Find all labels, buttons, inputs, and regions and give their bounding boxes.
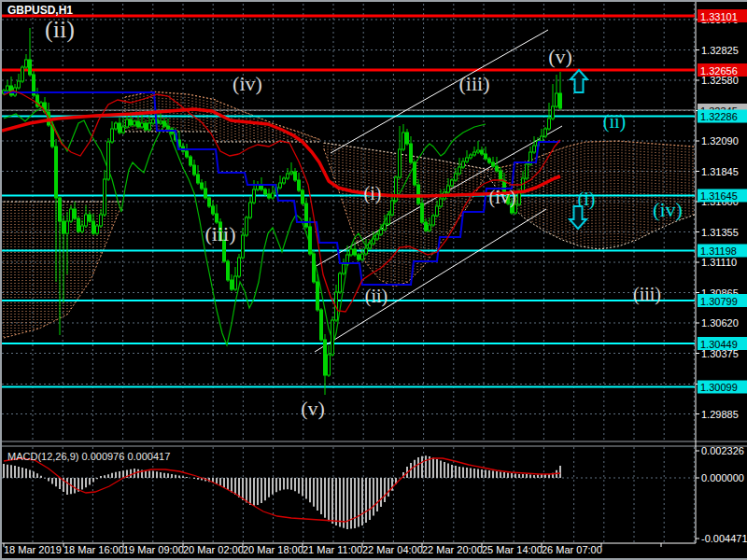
time-tick-label: 22 Mar 04:00 (362, 544, 423, 555)
symbol-timeframe-label: GBPUSD,H1 (7, 4, 73, 17)
price-tick-label: 1.30620 (701, 317, 739, 329)
time-axis[interactable]: 18 Mar 201918 Mar 16:0019 Mar 09:0020 Ma… (4, 543, 661, 555)
macd-axis-label: 0.000000 (701, 472, 744, 483)
down-arrow-icon (570, 206, 586, 229)
price-axis[interactable]: 1.330701.328251.325801.323451.320901.318… (696, 9, 747, 544)
time-tick-label: 21 Mar 11:00 (303, 544, 362, 555)
time-tick-label: 19 Mar 09:00 (123, 544, 184, 555)
wave-label-(iii): (iii) (633, 284, 661, 305)
wave-label-(iv): (iv) (653, 198, 683, 221)
wave-label-(ii): (ii) (45, 16, 75, 43)
axis-frame (2, 2, 747, 543)
macd-pane (4, 455, 560, 529)
price-badge-label: 1.30099 (700, 382, 738, 393)
price-badge-label: 1.32286 (700, 111, 738, 122)
time-tick-label: 25 Mar 14:00 (482, 544, 543, 555)
wave-label-(ii): (ii) (365, 286, 388, 307)
wave-label-(iii): (iii) (459, 72, 490, 95)
wave-label-(i): (i) (364, 183, 382, 204)
price-badge-label: 1.33101 (700, 11, 738, 22)
chart-window: GBPUSD,H1 MACD(12,26,9) 0.000976 0.00041… (0, 0, 747, 560)
time-tick-label: 22 Mar 20:00 (422, 544, 483, 555)
price-tick-label: 1.32090 (701, 135, 739, 147)
price-tick-label: 1.29885 (701, 409, 739, 420)
price-badge-label: 1.31198 (700, 245, 737, 257)
price-tick-label: 1.31845 (701, 166, 739, 177)
price-badge-label: 1.30799 (700, 296, 738, 307)
time-tick-label: 20 Mar 02:00 (183, 544, 244, 555)
wave-label-(iii): (iii) (205, 222, 236, 245)
time-tick-label: 18 Mar 2019 (4, 544, 62, 555)
wave-label-(iv): (iv) (489, 187, 516, 208)
price-tick-label: 1.31355 (701, 227, 739, 238)
wave-label-(ii): (ii) (603, 111, 626, 133)
kijun-sen-line (4, 92, 560, 285)
grid (2, 4, 695, 543)
macd-axis-label: 0.002326 (701, 445, 744, 456)
time-tick-label: 26 Mar 07:00 (542, 544, 602, 555)
wave-label-(v): (v) (548, 45, 572, 68)
macd-signal-line (4, 458, 560, 522)
price-tick-label: 1.31110 (701, 257, 737, 268)
wave-label-(v): (v) (301, 397, 325, 420)
time-tick-label: 18 Mar 16:00 (63, 544, 124, 555)
wave-label-(iv): (iv) (233, 72, 262, 95)
up-arrow-icon (571, 70, 587, 92)
price-badge-label: 1.31645 (700, 190, 738, 202)
price-chart-canvas[interactable]: (ii)(iv)(iii)(v)(i)(iv)(iii)(ii)(iii)(v)… (2, 2, 747, 560)
macd-indicator-label: MACD(12,26,9) 0.000976 0.000417 (7, 451, 170, 462)
price-tick-label: 1.32825 (701, 45, 739, 56)
time-tick-label: 20 Mar 18:00 (243, 544, 303, 555)
price-badge-label: 1.32656 (700, 65, 738, 77)
price-badge-label: 1.30449 (700, 339, 738, 350)
macd-axis-label: -0.004471 (701, 533, 747, 544)
